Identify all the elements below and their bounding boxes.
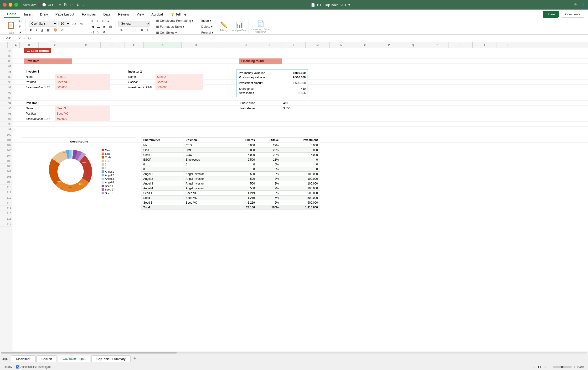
undo-icon[interactable]: ↩ — [70, 3, 73, 7]
cell-11-0[interactable]: Seed 2 — [141, 196, 184, 200]
tab-page-layout[interactable]: Page Layout — [52, 11, 78, 18]
cell-12-1[interactable]: Seed VC — [184, 200, 229, 205]
format-painter-button[interactable]: 🖌 — [18, 30, 24, 35]
cell-1-2[interactable]: 5.000 — [229, 148, 257, 152]
insert-cells-button[interactable]: Insert ▾ — [200, 18, 215, 23]
table-row[interactable]: Seed 2Seed VC1.2195%500.000 — [141, 196, 320, 200]
cell-styles-button[interactable]: ▦ Cell Styles ▾ — [155, 30, 195, 35]
normal-view-button[interactable]: ⊞ — [533, 365, 535, 369]
italic-button[interactable]: I — [35, 27, 38, 33]
tab-captable-input[interactable]: CapTable - Input — [58, 355, 90, 362]
cell-1-3[interactable]: 22% — [257, 148, 281, 152]
new-shares-value[interactable]: 3.656 — [282, 106, 292, 111]
cell-3-3[interactable]: 11% — [257, 157, 281, 162]
cell-0-0[interactable]: Max — [141, 143, 184, 148]
page-break-view-button[interactable]: ⊟ — [544, 365, 546, 369]
cell-12-2[interactable]: 1.219 — [229, 200, 257, 205]
investment-amount-box-value[interactable]: 1.500.000 — [293, 81, 306, 85]
cell-5-0[interactable]: 0 — [141, 167, 184, 172]
cell-2-3[interactable]: 22% — [257, 152, 281, 157]
close-button[interactable] — [3, 3, 7, 7]
tab-review[interactable]: Review — [115, 11, 132, 18]
comma-button[interactable]: , — [125, 27, 129, 33]
align-right-button[interactable]: ▶ — [102, 24, 107, 29]
indent-more-button[interactable]: ▷ — [96, 30, 101, 35]
increase-decimal-button[interactable]: +.0 — [130, 27, 137, 33]
borders-button[interactable]: ▦ — [45, 27, 51, 33]
cell-4-3[interactable]: 0% — [257, 162, 281, 167]
cell-11-1[interactable]: Seed VC — [184, 196, 229, 200]
cell-8-3[interactable]: 2% — [257, 181, 281, 186]
save-icon[interactable]: ⎘ — [64, 3, 67, 7]
table-row[interactable]: ESOPEmployees2.50011%0 — [141, 157, 320, 162]
cell-4-1[interactable]: 0 — [184, 162, 229, 167]
seed2-position-value[interactable]: Seed VC — [156, 79, 203, 85]
grid-content[interactable]: C. Seed Round Investors Financing round … — [12, 48, 588, 351]
page-layout-view-button[interactable]: ⊡ — [538, 365, 541, 369]
comments-button[interactable]: Comments — [561, 11, 584, 18]
table-row[interactable]: MaxCEO5.00022%5.000 — [141, 143, 320, 148]
scroll-tabs-right-button[interactable]: ▶ — [5, 357, 8, 361]
cell-1-0[interactable]: Sina — [141, 148, 184, 152]
pre-money-box-value[interactable]: 8.000.000 — [293, 71, 306, 75]
autosave-switch[interactable] — [38, 3, 46, 7]
share-button[interactable]: Share — [543, 11, 559, 18]
cell-10-4[interactable]: 500.000 — [281, 191, 320, 196]
cell-6-2[interactable]: 500 — [229, 172, 257, 176]
cell-3-0[interactable]: ESOP — [141, 157, 184, 162]
seed3-position-value[interactable]: Seed VC — [55, 111, 110, 116]
tab-cockpit[interactable]: Cockpit — [36, 355, 57, 362]
cell-10-1[interactable]: Seed VC — [184, 191, 229, 196]
insert-function-icon[interactable]: ƒx — [28, 36, 31, 40]
underline-button[interactable]: U — [39, 27, 44, 33]
cell-12-0[interactable]: Seed 3 — [141, 200, 184, 205]
zoom-slider-track[interactable] — [553, 366, 572, 368]
search-icon[interactable]: 🔍 — [574, 3, 578, 6]
cell-9-4[interactable]: 100.000 — [281, 186, 320, 191]
align-top-right-button[interactable]: ≡ — [100, 19, 105, 24]
cell-9-3[interactable]: 2% — [257, 186, 281, 191]
tab-home[interactable]: Home — [4, 11, 20, 18]
tab-view[interactable]: View — [133, 11, 147, 18]
cell-9-1[interactable]: Angel Investor — [184, 186, 229, 191]
cell-7-2[interactable]: 500 — [229, 176, 257, 181]
cell-3-4[interactable]: 0 — [281, 157, 320, 162]
account-icon[interactable]: 👤 — [582, 3, 585, 6]
cell-2-0[interactable]: Chris — [141, 152, 184, 157]
cell-11-2[interactable]: 1.219 — [229, 196, 257, 200]
cell-10-3[interactable]: 5% — [257, 191, 281, 196]
font-size-selector[interactable]: 10 — [58, 21, 70, 26]
cell-5-1[interactable]: 0 — [184, 167, 229, 172]
cell-9-0[interactable]: Angel 4 — [141, 186, 184, 191]
cell-12-3[interactable]: 5% — [257, 200, 281, 205]
decrease-font-button[interactable]: A↓ — [78, 21, 85, 26]
table-row[interactable]: Seed 1Seed VC1.2195%500.000 — [141, 191, 320, 196]
cancel-formula-icon[interactable]: ✕ — [18, 36, 21, 40]
wrap-text-button[interactable]: ⇥ — [105, 19, 111, 24]
seed2-investment-value[interactable]: 500.000 — [156, 85, 203, 90]
zoom-in-button[interactable]: + — [573, 365, 575, 369]
cell-8-2[interactable]: 500 — [229, 181, 257, 186]
align-top-left-button[interactable]: ≡ — [90, 19, 95, 24]
tab-formulas[interactable]: Formulas — [78, 11, 99, 18]
cell-5-2[interactable]: 0 — [229, 167, 257, 172]
format-cells-button[interactable]: Format ▾ — [200, 30, 215, 35]
zoom-out-button[interactable]: − — [549, 365, 551, 369]
add-sheet-button[interactable]: + — [132, 356, 138, 361]
cell-13-1[interactable] — [184, 205, 229, 210]
orientation-button[interactable]: ↺ — [101, 30, 107, 35]
tab-insert[interactable]: Insert — [21, 11, 36, 18]
align-center-button[interactable]: ▬ — [96, 24, 102, 29]
cell-3-1[interactable]: Employees — [184, 157, 229, 162]
cell-6-3[interactable]: 2% — [257, 172, 281, 176]
horizontal-scrollbar[interactable] — [0, 351, 588, 354]
font-color-button[interactable]: A — [60, 27, 65, 33]
cell-13-2[interactable]: 23.156 — [229, 205, 257, 210]
accept-formula-icon[interactable]: ✓ — [23, 36, 26, 40]
seed1-position-value[interactable]: Seed VC — [55, 79, 110, 85]
percent-button[interactable]: % — [118, 27, 124, 33]
formula-input[interactable] — [33, 36, 586, 40]
cell-4-0[interactable]: 0 — [141, 162, 184, 167]
table-row[interactable]: Seed 3Seed VC1.2195%500.000 — [141, 200, 320, 205]
cell-1-1[interactable]: CMO — [184, 148, 229, 152]
